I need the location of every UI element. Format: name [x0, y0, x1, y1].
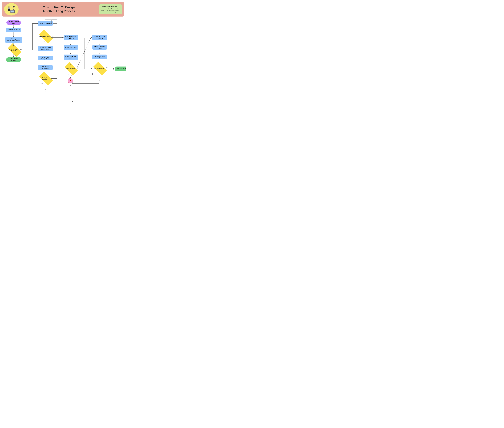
svg-text:No: No [45, 42, 47, 44]
no-label-shortlisted: No [44, 41, 45, 42]
yes-label-shortlisted: Yes [51, 36, 53, 38]
yes-label-references: Yes [77, 68, 79, 69]
setup-interview-node: Setup an Interview [38, 21, 53, 26]
establish-screening-node: Establish Screening Criteria [6, 28, 21, 33]
info-box-title: ORIGAMI TALENT AGENCY [101, 6, 120, 7]
is-qualified-1-container: Is the Applicant Qualified? [8, 47, 20, 54]
hire-candidate-node: hire Candidate [114, 66, 126, 71]
run-credentials-node: Run Through the Applicat's Credentials [5, 37, 22, 43]
no-label-qualified2: No [41, 83, 43, 84]
keep-open-mind-node: keep an open Mind [64, 45, 78, 49]
no-label-references: No [68, 74, 70, 75]
create-postings-node: Create Job Postings Online [38, 56, 53, 60]
no-label-1: No [11, 54, 13, 56]
svg-rect-3 [8, 8, 10, 9]
info-box: ORIGAMI TALENT AGENCY For more informati… [99, 4, 122, 14]
make-offer-node: Make a job Offer [92, 55, 107, 59]
yes-label-1: Yes [20, 49, 22, 51]
flowchart-area: Identify Staffing Need Establish Screeni… [2, 17, 124, 107]
no-label-accept: No [92, 74, 93, 75]
svg-point-0 [6, 4, 17, 15]
svg-point-5 [13, 6, 15, 7]
reject-circle: ✕ [68, 78, 73, 83]
are-shortlisted-container: Are they Shortlisted? [39, 33, 51, 40]
yes-label-accept: Yes [105, 68, 107, 69]
re-establish-node: Re-Establish Hiring Qualifications [38, 46, 53, 51]
header-title-area: Tips on How To Design A Better Hiring Pr… [19, 6, 99, 13]
svg-text:No: No [45, 89, 47, 90]
is-qualified-2-container: Is the Applicant Qualified? [39, 75, 51, 82]
temp-hiring-node: Temp Hiring Process [6, 57, 21, 62]
header-title: Tips on How To Design A Better Hiring Pr… [19, 6, 99, 13]
references-ok-container: References Ok? [64, 65, 76, 72]
info-box-text: For more information on how to design a … [101, 8, 120, 13]
svg-text:No: No [92, 73, 93, 74]
svg-rect-8 [10, 10, 14, 12]
header: Tips on How To Design A Better Hiring Pr… [2, 2, 124, 16]
determine-salary-node: Determine Salary Range [92, 45, 107, 49]
identify-staffing-node: Identify Staffing Need [6, 20, 21, 25]
list-applicants-node: List Potential Applicants [38, 65, 53, 70]
build-rapport-node: Build Rapport with Applicants [64, 35, 78, 40]
conducting-interview-node: Conducting a Final Interview [64, 55, 78, 60]
finalize-candidate-node: Finalize the Seleted Candidate [92, 35, 107, 40]
svg-point-2 [8, 7, 10, 8]
header-illustration [4, 3, 19, 16]
did-accept-container: Did they Accept? [93, 65, 105, 72]
